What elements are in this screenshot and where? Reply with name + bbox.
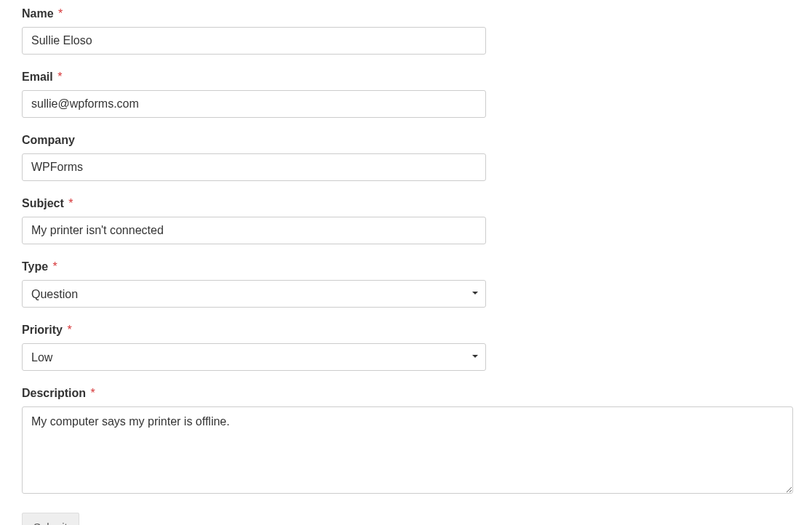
required-marker: * [53, 260, 57, 273]
subject-label: Subject * [22, 197, 790, 210]
priority-select[interactable]: Low [22, 343, 486, 371]
name-input[interactable] [22, 27, 486, 55]
required-marker: * [58, 7, 63, 20]
type-field-group: Type * Question [22, 260, 790, 308]
required-marker: * [67, 324, 71, 336]
submit-button[interactable]: Submit [22, 513, 79, 525]
subject-field-group: Subject * [22, 197, 790, 244]
type-select[interactable]: Question [22, 280, 486, 308]
email-label-text: Email [22, 71, 53, 83]
email-field-group: Email * [22, 71, 790, 118]
required-marker: * [68, 197, 73, 209]
required-marker: * [90, 387, 95, 399]
description-textarea[interactable] [22, 406, 793, 494]
type-label-text: Type [22, 260, 48, 273]
company-label-text: Company [22, 134, 75, 146]
priority-label-text: Priority [22, 324, 63, 336]
name-label: Name * [22, 7, 790, 20]
priority-field-group: Priority * Low [22, 324, 790, 371]
description-label: Description * [22, 387, 790, 400]
description-field-group: Description * [22, 387, 790, 497]
priority-select-wrapper: Low [22, 343, 486, 371]
support-form: Name * Email * Company Subject * Type * [22, 7, 790, 525]
email-input[interactable] [22, 90, 486, 118]
priority-label: Priority * [22, 324, 790, 337]
type-select-wrapper: Question [22, 280, 486, 308]
name-field-group: Name * [22, 7, 790, 55]
subject-label-text: Subject [22, 197, 64, 209]
name-label-text: Name [22, 7, 54, 20]
description-label-text: Description [22, 387, 86, 399]
company-field-group: Company [22, 134, 790, 181]
company-input[interactable] [22, 153, 486, 181]
email-label: Email * [22, 71, 790, 84]
type-label: Type * [22, 260, 790, 273]
company-label: Company [22, 134, 790, 147]
required-marker: * [57, 71, 62, 83]
subject-input[interactable] [22, 217, 486, 244]
